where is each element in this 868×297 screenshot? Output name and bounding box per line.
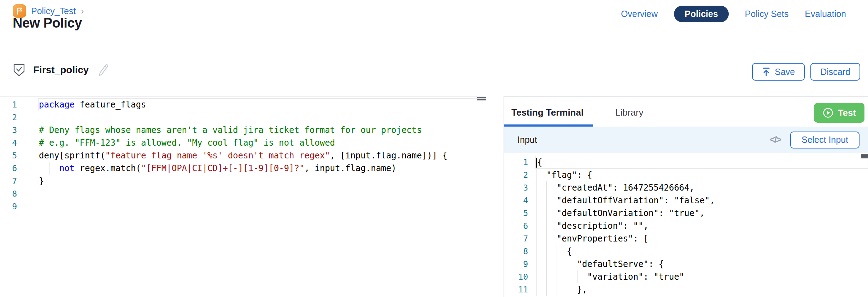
code-line[interactable]: 5 "defaultOnVariation": "true", [504,207,868,220]
indent-guide [546,181,547,194]
line-number: 2 [504,169,528,181]
code-line[interactable]: 3 "createdAt": 1647255426664, [504,181,868,194]
line-number: 9 [0,200,17,213]
code-content: "envProperties": [ [535,232,868,245]
code-content: "defaultOffVariation": "false", [535,194,868,207]
indent-guide [546,245,547,258]
line-number: 11 [504,283,528,296]
code-content [38,200,486,213]
line-number: 8 [0,187,17,200]
line-number: 9 [504,258,528,270]
line-number: 8 [504,245,528,258]
input-actions: </> Select Input [770,132,860,148]
indent-guide [557,245,557,258]
indent-guide [557,258,557,270]
discard-button[interactable]: Discard [810,63,860,81]
code-line[interactable]: 1package feature_flags [0,98,486,111]
code-line[interactable]: 11 }, [504,283,868,296]
code-content: # e.g. "FFM-123" is allowed. "My cool fl… [38,136,486,149]
indent-guide [546,258,547,270]
nav-tab-policy-sets[interactable]: Policy Sets [745,9,789,19]
tab-library[interactable]: Library [615,107,643,118]
edit-pencil-icon[interactable] [96,63,109,77]
breadcrumb-project-link[interactable]: Policy_Test [31,6,76,16]
indent-guide [546,270,547,283]
line-number: 6 [504,220,528,232]
test-button[interactable]: Test [814,103,864,123]
code-content: }, [535,283,868,296]
select-input-label: Select Input [802,135,848,145]
indent-guide [536,258,536,270]
code-line[interactable]: 7 "envProperties": [ [504,232,868,245]
tab-testing-terminal[interactable]: Testing Terminal [511,107,583,118]
indent-guide [557,283,557,296]
policy-code-editor[interactable]: 1package feature_flags23# Deny flags who… [0,96,486,297]
code-line[interactable]: 1{ [504,156,868,169]
action-buttons: Save Discard [752,63,860,81]
shield-check-icon [13,63,25,77]
line-number: 1 [504,156,528,169]
code-line[interactable]: 6 not regex.match("[FFM|OPA|CI|CD]+[-][1… [0,162,486,175]
input-json-editor[interactable]: 1{2 "flag": {3 "createdAt": 164725542666… [504,153,868,297]
code-line[interactable]: 4 "defaultOffVariation": "false", [504,194,868,207]
testing-panel: Testing Terminal Library Test Input </> … [504,96,868,297]
indent-guide [536,207,536,220]
code-content: "variation": "true" [535,270,868,283]
code-line[interactable]: 6 "description": "", [504,220,868,232]
code-line[interactable]: 3# Deny flags whose names aren't a valid… [0,124,486,136]
nav-tab-evaluation[interactable]: Evaluation [805,9,846,19]
line-number: 1 [0,98,17,111]
code-line[interactable]: 2 "flag": { [504,169,868,181]
header-divider [0,45,868,45]
nav-tab-overview[interactable]: Overview [621,9,658,19]
test-button-label: Test [838,107,856,118]
save-button[interactable]: Save [752,63,805,81]
indent-guide [546,220,547,232]
indent-guide [536,220,536,232]
line-number: 4 [0,136,17,149]
line-number: 5 [504,207,528,220]
nav-tab-policies[interactable]: Policies [674,6,729,22]
select-input-button[interactable]: Select Input [790,132,860,148]
indent-guide [39,162,39,175]
code-line[interactable]: 5deny[sprintf("feature flag name '%s' do… [0,149,486,162]
code-line[interactable]: 10 "variation": "true" [504,270,868,283]
code-line[interactable]: 2 [0,111,486,124]
code-line[interactable]: 4# e.g. "FFM-123" is allowed. "My cool f… [0,136,486,149]
input-header-bar: Input </> Select Input [504,127,868,153]
indent-guide [49,162,49,175]
input-label: Input [517,135,537,145]
indent-guide [567,270,567,283]
code-content: # Deny flags whose names aren't a valid … [38,124,486,136]
code-content: "description": "", [535,220,868,232]
code-line[interactable]: 8 [0,187,486,200]
text-cursor [536,158,537,168]
line-number: 2 [0,111,17,124]
code-line[interactable]: 9 [0,200,486,213]
code-brackets-icon[interactable]: </> [770,134,780,145]
indent-guide [546,194,547,207]
indent-guide [567,258,567,270]
code-content [38,187,486,200]
code-content: package feature_flags [38,98,486,111]
indent-guide [536,245,536,258]
code-content: deny[sprintf("feature flag name '%s' doe… [38,149,486,162]
line-number: 7 [0,175,17,187]
indent-guide [546,232,547,245]
code-content: "flag": { [535,169,868,181]
top-nav: OverviewPoliciesPolicy SetsEvaluation [621,6,846,22]
code-line[interactable]: 7} [0,175,486,187]
indent-guide [536,270,536,283]
code-content [38,111,486,124]
code-content: "createdAt": 1647255426664, [535,181,868,194]
play-circle-icon [822,107,834,118]
code-line[interactable]: 8 { [504,245,868,258]
line-number: 6 [0,162,17,175]
policy-editor-app: Policy_Test › New Policy OverviewPolicie… [0,0,868,297]
code-content: { [535,245,868,258]
code-line[interactable]: 9 "defaultServe": { [504,258,868,270]
indent-guide [557,270,557,283]
indent-guide [577,270,577,283]
policy-title-row: First_policy [13,63,109,77]
code-content: "defaultOnVariation": "true", [535,207,868,220]
